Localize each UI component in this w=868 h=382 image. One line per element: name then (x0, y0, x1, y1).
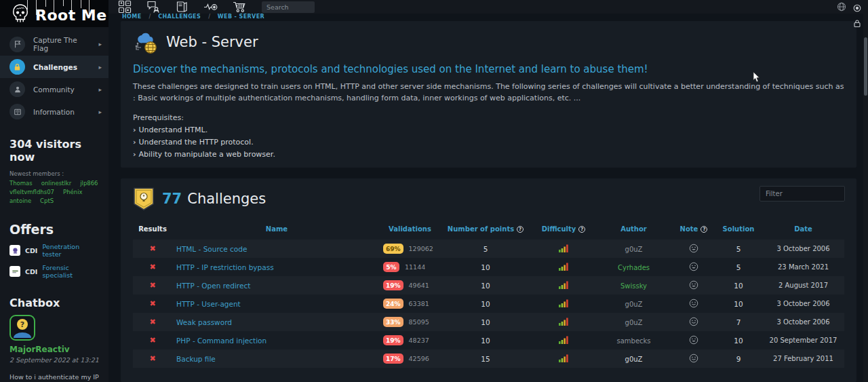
challenge-link[interactable]: HTTP - User-agent (172, 300, 381, 308)
sidebar-menu: Capture The Flag ▸ Challenges ▸ Communit… (0, 27, 108, 123)
breadcrumb-home[interactable]: HOME (122, 14, 142, 20)
help-icon[interactable]: ? (578, 226, 585, 233)
prerequisites-label: Prerequisites: (133, 113, 844, 122)
column-header-points[interactable]: Number of points? (439, 225, 532, 233)
name-cell: HTTP - Open redirect (172, 282, 381, 290)
solution-cell: 5 (715, 263, 762, 271)
breadcrumb-web-server[interactable]: WEB - SERVER (218, 14, 264, 20)
sidebar-item-label: Challenges (33, 63, 90, 71)
breadcrumb-separator: / (208, 14, 210, 20)
documentation-icon[interactable] (175, 0, 189, 14)
lock-icon[interactable] (853, 18, 861, 31)
member-link[interactable]: CptS (40, 197, 54, 204)
solution-cell: 10 (715, 337, 762, 345)
language-globe-icon[interactable] (837, 2, 846, 12)
chat-username-link[interactable]: MajorReactiv (9, 345, 99, 354)
column-header-difficulty[interactable]: Difficulty? (532, 225, 595, 233)
challenge-link[interactable]: Backup file (172, 355, 381, 363)
table-row: ✖ PHP - Command injection 19% 48237 10 (133, 331, 844, 349)
name-cell: PHP - Command injection (172, 337, 381, 345)
date-cell: 3 October 2006 (762, 318, 844, 326)
validation-count: 85095 (409, 318, 429, 326)
note-face-icon (689, 335, 698, 345)
avatar[interactable]: ? (9, 315, 35, 341)
challenge-link[interactable]: HTTP - Open redirect (172, 282, 381, 290)
newest-members-label: Newest members : (9, 170, 99, 177)
solution-cell: 5 (715, 245, 762, 253)
members-list: Thomasonlinestlkrjlp866vfleltvmfldhs07Ph… (9, 180, 99, 204)
category-intro-panel: Web - Server Discover the mechanisms, pr… (121, 21, 856, 168)
member-link[interactable]: Phénix (63, 189, 83, 195)
ctf-icon[interactable] (203, 0, 218, 14)
difficulty-cell (532, 335, 595, 345)
result-cell: ✖ (133, 299, 172, 308)
difficulty-bars-icon (559, 299, 568, 307)
member-link[interactable]: onlinestlkr (41, 180, 71, 187)
column-header-name[interactable]: Name (172, 225, 381, 233)
help-icon[interactable]: ? (517, 226, 524, 233)
column-header-results[interactable]: Results (133, 225, 172, 233)
challenge-link[interactable]: Weak password (172, 318, 381, 326)
offers-title: Offers (9, 222, 99, 237)
offer-link[interactable]: Penetration tester (42, 243, 99, 258)
result-cell: ✖ (133, 263, 172, 271)
table-row: ✖ HTTP - Open redirect 19% 49641 10 (133, 276, 844, 294)
chevron-right-icon: ▸ (98, 109, 102, 115)
sidebar-item-community[interactable]: Community ▸ (0, 78, 108, 100)
difficulty-bars-icon (559, 280, 568, 289)
member-link[interactable]: Thomas (9, 180, 33, 187)
column-header-validations[interactable]: Validations (381, 225, 439, 233)
validation-count: 11144 (405, 263, 425, 271)
challenges-icon[interactable] (118, 0, 132, 14)
author-cell: g0uZ (595, 355, 673, 363)
search-input[interactable] (262, 1, 315, 13)
difficulty-cell (532, 280, 595, 290)
author-link[interactable]: g0uZ (625, 356, 643, 363)
breadcrumb-challenges[interactable]: CHALLENGES (158, 14, 201, 20)
author-link[interactable]: g0uZ (625, 319, 643, 326)
logo[interactable]: Root Me (0, 0, 108, 27)
offer-link[interactable]: Forensic specialist (42, 264, 99, 279)
column-header-solution[interactable]: Solution (715, 225, 762, 233)
author-cell: sambecks (595, 337, 673, 345)
chat-timestamp: 2 September 2022 at 13:21 (9, 356, 99, 364)
offer-contract-type: CDI (25, 247, 37, 254)
challenges-shield-icon (133, 187, 155, 210)
community-icon[interactable] (146, 0, 160, 14)
challenge-link[interactable]: HTTP - IP restriction bypass (172, 263, 381, 271)
column-header-note[interactable]: Note? (673, 225, 715, 233)
bullet-icon: › (133, 126, 136, 134)
filter-input[interactable] (760, 186, 845, 202)
breadcrumb: HOME / CHALLENGES / WEB - SERVER (108, 14, 868, 20)
column-header-author[interactable]: Author (595, 225, 673, 233)
author-link[interactable]: sambecks (616, 337, 650, 345)
date-cell: 23 March 2021 (762, 263, 844, 271)
member-link[interactable]: jlp866 (80, 180, 98, 187)
prerequisite-item: ›Ability to manipulate a web browser. (133, 150, 844, 159)
sidebar-item-information[interactable]: Information ▸ (0, 100, 108, 123)
scrollbar-thumb[interactable] (864, 37, 867, 96)
prerequisite-item: ›Understand the HTTP protocol. (133, 138, 844, 147)
points-cell: 10 (439, 337, 532, 345)
author-link[interactable]: g0uZ (625, 301, 643, 308)
name-cell: Backup file (172, 355, 381, 363)
help-icon[interactable]: ? (701, 226, 707, 233)
shop-icon[interactable] (233, 0, 247, 14)
bullet-icon: › (133, 150, 136, 159)
author-link[interactable]: Swissky (620, 282, 647, 290)
note-cell (673, 280, 715, 291)
sidebar-item-capture-the-flag[interactable]: Capture The Flag ▸ (0, 33, 108, 56)
author-link[interactable]: Cyrhades (618, 264, 650, 271)
challenge-link[interactable]: HTML - Source code (172, 245, 381, 253)
column-header-date[interactable]: Date (762, 225, 844, 233)
sidebar-item-challenges[interactable]: Challenges ▸ (0, 56, 108, 78)
record-icon[interactable] (853, 2, 861, 15)
difficulty-cell (532, 262, 595, 272)
member-link[interactable]: antoine (9, 197, 31, 204)
challenge-link[interactable]: PHP - Command injection (172, 337, 381, 345)
author-link[interactable]: g0uZ (625, 246, 643, 253)
member-link[interactable]: vfleltvmfldhs07 (9, 189, 54, 195)
name-cell: HTML - Source code (172, 245, 381, 253)
author-cell: Cyrhades (595, 263, 673, 271)
chevron-right-icon: ▸ (98, 64, 102, 71)
